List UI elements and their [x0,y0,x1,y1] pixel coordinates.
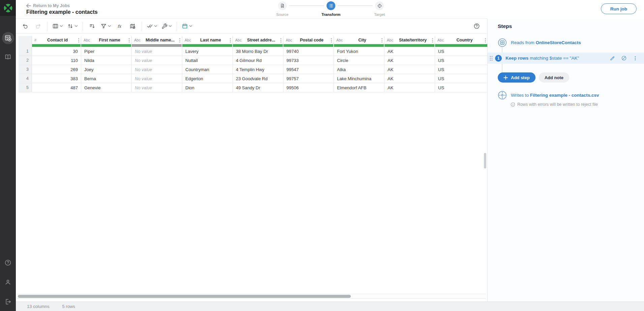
grid-cell[interactable]: US [435,83,487,92]
grid-cell[interactable]: 383 [32,74,81,83]
columns-button[interactable] [51,21,64,31]
grid-cell[interactable]: 30 [32,47,81,56]
grid-cell[interactable]: Piper [81,47,132,56]
drag-handle-icon[interactable] [489,56,493,61]
grid-cell[interactable]: US [435,47,487,56]
grid-cell[interactable]: Lake Minchumina [334,74,385,83]
grid-cell[interactable]: Elmendorf AFB [334,83,385,92]
back-to-jobs-link[interactable]: Return to My Jobs [26,3,98,8]
stepper-source-circle[interactable] [278,1,287,10]
grid-cell[interactable]: 99733 [283,56,334,65]
grid-cell[interactable]: 4 Gilmour Rd [233,56,283,65]
disable-step-button[interactable] [621,55,627,61]
grid-cell[interactable]: 4 Templin Hwy [233,65,283,74]
grid-cell[interactable]: AK [385,56,435,65]
row-number[interactable]: 5 [19,83,32,92]
grid-cell[interactable]: Fort Yukon [334,47,385,56]
sidebar-item-logout[interactable] [3,296,13,307]
grid-cell[interactable]: AK [385,83,435,92]
sidebar-item-workspace[interactable] [2,32,14,44]
sidebar-item-library[interactable] [2,51,14,63]
grid-cell[interactable]: US [435,56,487,65]
grid-cell[interactable]: Nuttall [182,56,233,65]
grid-cell[interactable]: 487 [32,83,81,92]
run-job-button[interactable]: Run job [601,3,637,14]
grid-cell[interactable]: AK [385,74,435,83]
grid-cell[interactable]: No value [132,65,182,74]
stepper-transform-circle[interactable] [327,1,335,10]
grid-cell[interactable]: AK [385,65,435,74]
edit-step-button[interactable] [610,55,615,61]
horizontal-scrollbar[interactable] [17,294,486,299]
grid-cell[interactable]: Genevie [81,83,132,92]
column-header-street-addre[interactable]: Abc Street addre... [233,36,283,47]
column-menu-icon[interactable] [230,38,231,42]
grid-cell[interactable]: No value [132,83,182,92]
column-menu-icon[interactable] [432,38,433,42]
column-menu-icon[interactable] [331,38,332,42]
grid-cell[interactable]: Circle [334,56,385,65]
row-number[interactable]: 1 [19,47,32,56]
lookup-button[interactable] [127,21,138,31]
grid-cell[interactable]: 99547 [283,65,334,74]
grid-cell[interactable]: No value [132,74,182,83]
column-header-last-name[interactable]: Abc Last name [182,36,233,47]
column-menu-icon[interactable] [280,38,281,42]
vertical-scrollbar[interactable] [484,153,486,168]
grid-cell[interactable]: Nilda [81,56,132,65]
grid-cell[interactable]: 99506 [283,83,334,92]
column-menu-icon[interactable] [179,38,180,42]
grid-cell[interactable]: US [435,65,487,74]
column-header-city[interactable]: Abc City [334,36,385,47]
app-logo[interactable] [0,0,16,16]
sort-lines-button[interactable] [87,21,97,31]
step-more-button[interactable] [633,56,638,61]
column-menu-icon[interactable] [381,38,382,42]
validate-button[interactable] [146,21,158,31]
column-header-country[interactable]: Abc Country [435,36,487,47]
grid-cell[interactable]: 99740 [283,47,334,56]
grid-cell[interactable]: Atka [334,65,385,74]
grid-cell[interactable]: AK [385,47,435,56]
help-button[interactable] [471,21,482,31]
grid-cell[interactable]: Lavery [182,47,233,56]
grid-cell[interactable]: No value [132,56,182,65]
grid-cell[interactable]: Countryman [182,65,233,74]
row-number[interactable]: 2 [19,56,32,65]
grid-cell[interactable]: US [435,74,487,83]
function-button[interactable]: fx [114,21,125,31]
read-step-row[interactable]: Reads from OnlineStoreContacts [498,38,644,47]
grid-cell[interactable]: 38 Morro Bay Dr [233,47,283,56]
row-number[interactable]: 3 [19,65,32,74]
column-menu-icon[interactable] [485,38,486,42]
column-menu-icon[interactable] [129,38,130,42]
grid-cell[interactable]: Berna [81,74,132,83]
column-header-postal-code[interactable]: Abc Postal code [283,36,334,47]
write-step-row[interactable]: Writes to Filtering example - contacts.c… [498,91,644,100]
add-step-button[interactable]: Add step [498,72,535,83]
grid-cell[interactable]: Dion [182,83,233,92]
tools-button[interactable] [160,21,173,31]
row-number[interactable]: 4 [19,74,32,83]
grid-cell[interactable]: 269 [32,65,81,74]
column-menu-icon[interactable] [78,38,79,42]
grid-cell[interactable]: 23 Goodvale Rd [233,74,283,83]
horizontal-scrollbar-thumb[interactable] [18,295,351,298]
grid-cell[interactable]: Joey [81,65,132,74]
column-header-state-territory[interactable]: Abc State/territory [385,36,435,47]
grid-cell[interactable]: No value [132,47,182,56]
transform-step-row[interactable]: 1 Keep rows matching $state == "AK" [488,53,644,64]
column-header-first-name[interactable]: Abc First name [81,36,132,47]
grid-cell[interactable]: 99757 [283,74,334,83]
grid-cell[interactable]: 49 Sandy Dr [233,83,283,92]
sort-button[interactable] [66,21,79,31]
column-header-middle-name[interactable]: Abc Middle name... [132,36,182,47]
undo-button[interactable] [20,21,31,31]
add-note-button[interactable]: Add note [539,72,569,83]
date-button[interactable] [181,21,193,31]
column-header-contact-id[interactable]: # Contact id [32,36,81,47]
grid-cell[interactable]: Edgerton [182,74,233,83]
stepper-target-circle[interactable] [375,1,384,10]
redo-button[interactable] [33,21,43,31]
filter-button[interactable] [99,21,112,31]
